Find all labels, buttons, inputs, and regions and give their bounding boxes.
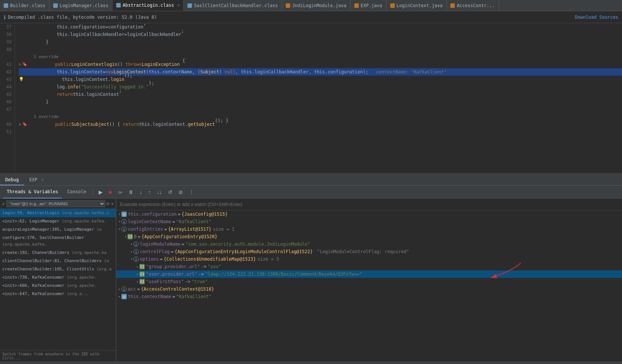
threads-panel: ✔ "main"@1 in g...ain": RUNNING ⊟ ▾ logi… — [0, 198, 116, 362]
code-line-41: ↻ 🔖 public LoginContext login() throws L… — [19, 61, 622, 68]
toggle-contextname[interactable] — [118, 293, 121, 300]
dropdown-arrow-icon[interactable]: ▾ — [111, 201, 114, 206]
toggle-loginmodulename[interactable] — [130, 240, 133, 248]
arr-icon-2: [] — [139, 264, 145, 269]
mute-button[interactable]: ⊘ — [176, 188, 185, 196]
java-icon — [390, 3, 395, 8]
code-line-39: } — [19, 38, 622, 46]
var-row-logincontextname[interactable]: i loginContextName = "KafkaClient" — [116, 218, 622, 225]
java-icon — [450, 3, 455, 8]
variables-panel: ○ this.configuration = {JaasConfig@1515}… — [116, 198, 622, 362]
toggle-controlflag[interactable] — [130, 248, 133, 255]
decompiled-message: Decompiled .class file, bytecode version… — [8, 15, 157, 20]
tab-exp-debug[interactable]: EXP ✕ — [24, 175, 49, 185]
frame-selector: ✔ "main"@1 in g...ain": RUNNING ⊟ ▾ — [0, 198, 116, 209]
tab-logincontext[interactable]: LoginContext.java — [387, 0, 447, 11]
thread-item-7[interactable]: createChannelBuilder:105, ClientUtils (o… — [0, 265, 116, 273]
var-row-group-provider[interactable]: [] "group.provider.url" -> "xxx" — [116, 263, 622, 270]
var-row-options[interactable]: i options = {Collections$UnmodifiableMap… — [116, 255, 622, 263]
more-button[interactable]: ⋮ — [187, 188, 196, 196]
thread-item-3[interactable]: acquireLoginManager:105, LoginManager (o — [0, 225, 116, 234]
toggle-group-provider[interactable] — [136, 263, 139, 270]
code-line-40 — [19, 46, 622, 53]
thread-item-9[interactable]: <init>:666, KafkaConsumer (org.apache. — [0, 282, 116, 290]
thread-item-1[interactable]: login:59, AbstractLogin (org.apache.kafk… — [0, 209, 116, 217]
info-icon-5: i — [133, 257, 139, 262]
stop-button[interactable]: ■ — [106, 188, 114, 196]
obj-icon-2: ○ — [121, 294, 127, 299]
variable-tree[interactable]: ○ this.configuration = {JaasConfig@1515}… — [116, 210, 622, 362]
download-sources-link[interactable]: Download Sources — [575, 15, 618, 20]
var-row-user-provider[interactable]: [] "user.provider.url" -> "ldap://124.22… — [116, 270, 622, 278]
eval-bar — [116, 198, 622, 210]
tabs-bar: Builder.class LoginManager.class Abstrac… — [0, 0, 622, 11]
info-icon: ℹ — [4, 14, 6, 20]
code-line-51 — [19, 128, 622, 136]
step-out-button[interactable]: ↑ — [146, 188, 153, 196]
toggle-acc[interactable] — [118, 285, 121, 293]
code-line-38: this.loginCallbackHandler = loginCallbac… — [19, 31, 622, 38]
debug-body: ✔ "main"@1 in g...ain": RUNNING ⊟ ▾ logi… — [0, 198, 622, 362]
thread-item-4[interactable]: configure:170, SaslChannelBuilder (org.a… — [0, 234, 116, 249]
resume-button[interactable]: ▶ — [96, 188, 105, 196]
thread-item-8[interactable]: <init>:738, KafkaConsumer (org.apache. — [0, 273, 116, 282]
rerun-button[interactable]: ↺ — [166, 188, 175, 196]
toggle-configentries[interactable] — [118, 225, 121, 233]
var-row-controlflag[interactable]: i controlFlag = {AppConfigurationEntry$L… — [116, 248, 622, 255]
code-line-47 — [19, 106, 622, 113]
arr-icon: [] — [127, 234, 133, 239]
tab-abstractlogin[interactable]: AbstractLogin.class ✕ — [112, 0, 184, 11]
code-line-43: 💡 this.loginContext.login(); — [19, 76, 622, 83]
toggle-user-provider[interactable] — [136, 270, 139, 278]
filter-icon[interactable]: ⊟ — [107, 201, 109, 206]
toggle-usefirstpass[interactable] — [136, 278, 139, 285]
var-row-usefirstpass[interactable]: [] "useFirstPass" -> "true" — [116, 278, 622, 285]
step-over-button[interactable]: ⤼ — [115, 188, 124, 196]
thread-item-5[interactable]: create:192, ChannelBuilders (org.apache.… — [0, 249, 116, 257]
tab-accesscontrol[interactable]: AccessContr... — [447, 0, 499, 11]
eval-input[interactable] — [120, 202, 618, 207]
toggle-0[interactable] — [124, 233, 127, 240]
debug-subtabs-toolbar: Threads & Variables Console ▶ ■ ⤼ ⏸ ↓ ↑ … — [0, 186, 622, 198]
code-line-37: this.configuration = configuration; — [19, 23, 622, 31]
tab-builder[interactable]: Builder.class — [0, 0, 49, 11]
toggle-options[interactable] — [130, 255, 133, 263]
info-icon-2: i — [121, 227, 127, 232]
java-icon — [286, 3, 290, 8]
var-row-contextname[interactable]: ○ this.contextName = "KafkaClient" — [116, 293, 622, 300]
class-icon — [53, 3, 58, 8]
var-row-acc[interactable]: i acc = {AccessControlContext@1518} — [116, 285, 622, 293]
code-line-44: log.info("Successfully logged in."); — [19, 83, 622, 91]
close-exp-tab[interactable]: ✕ — [42, 178, 44, 182]
close-tab-abstractlogin[interactable]: ✕ — [177, 3, 180, 7]
run-to-cursor-button[interactable]: ↓↓ — [154, 188, 164, 196]
var-row-configentries[interactable]: i configEntries = {ArrayList@1517} size … — [116, 225, 622, 233]
info-icon-3: i — [133, 242, 139, 247]
thread-item-2[interactable]: <init>:62, LoginManager (org.apache.kafk… — [0, 217, 116, 225]
obj-icon: ○ — [121, 212, 127, 217]
toggle-logincontextname[interactable] — [118, 218, 121, 225]
info-bar: ℹ Decompiled .class file, bytecode versi… — [0, 11, 622, 23]
code-content[interactable]: this.configuration = configuration; this… — [15, 23, 622, 173]
frame-dropdown[interactable]: "main"@1 in g...ain": RUNNING — [6, 200, 105, 207]
toolbar-separator — [93, 189, 93, 195]
pause-button[interactable]: ⏸ — [126, 188, 136, 196]
tab-exp[interactable]: EXP.java — [351, 0, 387, 11]
running-indicator: ✔ — [2, 201, 5, 206]
tab-loginmanager[interactable]: LoginManager.class — [49, 0, 112, 11]
toggle-configuration[interactable] — [118, 210, 121, 218]
thread-item-10[interactable]: <init>:647, KafkaConsumer (org.a... — [0, 290, 116, 298]
var-row-loginmodulename[interactable]: i loginModuleName = "com.sun.security.au… — [116, 240, 622, 248]
tab-jndi[interactable]: JndiLoginModule.java — [282, 0, 351, 11]
gutter-icons-48: ↻ 🔖 — [19, 121, 27, 128]
var-row-configuration[interactable]: ○ this.configuration = {JaasConfig@1515} — [116, 210, 622, 218]
thread-item-6[interactable]: clientChannelBuilder:81, ChannelBuilders… — [0, 257, 116, 265]
subtab-threads[interactable]: Threads & Variables — [3, 186, 62, 198]
switch-frames-hint: Switch frames from anywhere in the IDE w… — [0, 350, 116, 362]
step-into-button[interactable]: ↓ — [137, 188, 144, 196]
subtab-console[interactable]: Console — [63, 186, 90, 198]
tab-sasl[interactable]: SaslClientCallbackHandler.class — [184, 0, 282, 11]
override-label-1: 1 override — [19, 53, 622, 61]
var-row-0[interactable]: [] 0 = {AppConfigurationEntry@1520} — [116, 233, 622, 240]
tab-debug[interactable]: Debug — [0, 175, 24, 185]
